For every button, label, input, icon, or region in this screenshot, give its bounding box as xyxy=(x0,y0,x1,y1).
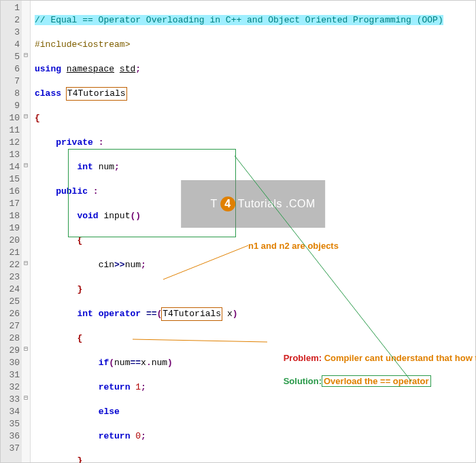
annotation-objects: n1 and n2 are objects xyxy=(248,240,339,252)
line-number: 37 xyxy=(5,443,20,455)
code-line: public : xyxy=(35,186,475,198)
fold-marker[interactable] xyxy=(22,209,30,221)
fold-marker[interactable] xyxy=(22,25,30,37)
code-line: } xyxy=(35,455,475,463)
fold-marker[interactable] xyxy=(22,441,30,453)
line-number: 15 xyxy=(5,173,20,186)
code-line: return 0; xyxy=(35,430,475,443)
fold-marker[interactable] xyxy=(22,221,30,233)
line-number: 9 xyxy=(5,100,20,112)
fold-marker[interactable] xyxy=(22,245,30,258)
line-number: 24 xyxy=(5,284,20,296)
solution-box: Overload the == operator xyxy=(322,375,431,387)
code-line: class T4Tutorials xyxy=(35,88,475,100)
fold-marker[interactable] xyxy=(22,172,30,184)
fold-marker[interactable] xyxy=(22,233,30,245)
fold-marker[interactable] xyxy=(22,356,30,368)
fold-marker[interactable] xyxy=(22,13,30,25)
code-line: { xyxy=(35,112,475,124)
fold-marker[interactable] xyxy=(22,417,30,429)
line-number: 10 xyxy=(5,112,20,124)
code-line: cin>>num; xyxy=(35,259,475,271)
line-number: 28 xyxy=(5,332,20,345)
line-number: 34 xyxy=(5,406,20,418)
fold-marker[interactable] xyxy=(22,282,30,294)
line-number: 6 xyxy=(5,63,20,75)
class-name-box: T4Tutorials xyxy=(67,88,126,100)
fold-marker[interactable] xyxy=(22,135,30,148)
code-line: private : xyxy=(35,137,475,149)
line-number: 17 xyxy=(5,198,20,210)
line-number: 36 xyxy=(5,430,20,443)
line-number: 2 xyxy=(5,14,20,27)
line-number: 14 xyxy=(5,161,20,173)
line-number: 20 xyxy=(5,235,20,247)
fold-marker[interactable]: ⊟ xyxy=(22,160,30,172)
line-number: 31 xyxy=(5,369,20,381)
fold-marker[interactable] xyxy=(22,37,30,50)
line-number: 33 xyxy=(5,394,20,406)
code-line: else xyxy=(35,406,475,418)
code-line: int num; xyxy=(35,161,475,173)
fold-marker[interactable] xyxy=(22,270,30,282)
line-number-gutter: 1234567891011121314151617181920212223242… xyxy=(1,1,22,462)
fold-marker[interactable] xyxy=(22,62,30,74)
fold-marker[interactable] xyxy=(22,148,30,160)
line-number: 1 xyxy=(5,2,20,14)
fold-marker[interactable]: ⊟ xyxy=(22,343,30,356)
fold-marker[interactable]: ⊟ xyxy=(22,258,30,270)
fold-marker[interactable] xyxy=(22,1,30,13)
fold-marker[interactable] xyxy=(22,74,30,86)
fold-marker[interactable] xyxy=(22,99,30,111)
code-line: void input() xyxy=(35,210,475,222)
fold-marker[interactable] xyxy=(22,196,30,209)
fold-gutter: ⊟⊟⊟⊟⊟⊟ xyxy=(22,1,31,462)
line-number: 18 xyxy=(5,210,20,222)
fold-marker[interactable] xyxy=(22,123,30,135)
line-number: 3 xyxy=(5,27,20,39)
line-number: 4 xyxy=(5,39,20,51)
annotation-problem: Problem: Compiler cant understand that h… xyxy=(269,341,459,398)
fold-marker[interactable]: ⊟ xyxy=(22,111,30,123)
code-line: // Equal == Operator Overloading in C++ … xyxy=(35,14,475,27)
fold-marker[interactable] xyxy=(22,307,30,319)
line-number: 8 xyxy=(5,88,20,100)
fold-marker[interactable]: ⊟ xyxy=(22,50,30,62)
line-number: 12 xyxy=(5,137,20,149)
fold-marker[interactable] xyxy=(22,86,30,99)
code-line: #include<iostream> xyxy=(35,39,475,51)
fold-marker[interactable] xyxy=(22,368,30,380)
code-area: // Equal == Operator Overloading in C++ … xyxy=(31,1,475,462)
line-number: 25 xyxy=(5,296,20,308)
fold-marker[interactable] xyxy=(22,331,30,343)
line-number: 13 xyxy=(5,149,20,161)
fold-marker[interactable] xyxy=(22,380,30,392)
fold-marker[interactable] xyxy=(22,429,30,441)
line-number: 11 xyxy=(5,124,20,137)
line-number: 16 xyxy=(5,186,20,198)
fold-marker[interactable]: ⊟ xyxy=(22,392,30,405)
line-number: 19 xyxy=(5,222,20,235)
fold-marker[interactable] xyxy=(22,184,30,196)
line-number: 7 xyxy=(5,75,20,88)
line-number: 23 xyxy=(5,271,20,284)
param-type-box: T4Tutorials xyxy=(162,308,222,320)
line-number: 32 xyxy=(5,381,20,394)
fold-marker[interactable] xyxy=(22,319,30,331)
code-line: using namespace std; xyxy=(35,63,475,75)
line-number: 35 xyxy=(5,418,20,430)
line-number: 21 xyxy=(5,247,20,259)
line-number: 5 xyxy=(5,51,20,63)
code-editor: 1234567891011121314151617181920212223242… xyxy=(0,0,476,463)
code-line: } xyxy=(35,284,475,296)
fold-marker[interactable] xyxy=(22,294,30,307)
line-number: 29 xyxy=(5,345,20,357)
line-number: 27 xyxy=(5,320,20,332)
line-number: 22 xyxy=(5,259,20,271)
line-number: 30 xyxy=(5,357,20,369)
line-number: 26 xyxy=(5,308,20,320)
fold-marker[interactable] xyxy=(22,405,30,417)
code-line: int operator ==(T4Tutorials x) xyxy=(35,308,475,320)
